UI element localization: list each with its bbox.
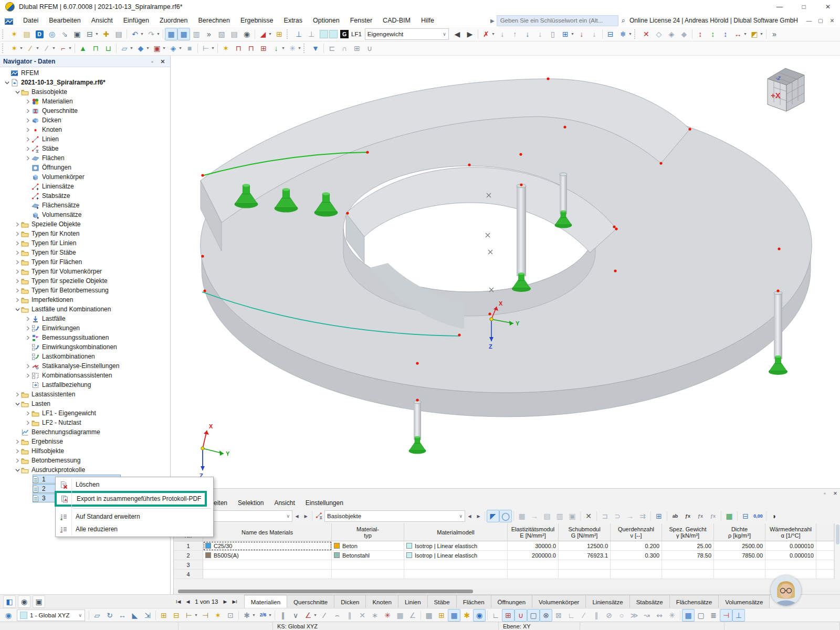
edit-plane-icon[interactable]: ⊞ <box>273 28 286 40</box>
print-icon[interactable]: ⊟▼ <box>83 28 96 40</box>
material-model-cell[interactable]: Isotrop | Linear elastisch <box>404 551 508 560</box>
row-number[interactable]: 4 <box>174 570 203 579</box>
measure-icon[interactable]: ⊢▼ <box>200 42 212 55</box>
angle2-icon[interactable]: ∠ <box>406 609 419 622</box>
delete-loads-icon[interactable]: ✗▼ <box>480 28 492 40</box>
column-header-[interactable]: Querdehnzahlν [--] <box>611 523 662 541</box>
row-number[interactable]: 1 <box>174 541 203 551</box>
expand-icon[interactable] <box>24 98 32 105</box>
menu-datei[interactable]: Datei <box>18 15 44 26</box>
select-pointer-icon[interactable]: ◤ <box>487 510 499 522</box>
snap-on-icon[interactable]: ◉ <box>473 609 486 622</box>
material-name-cell[interactable]: B500S(A) <box>203 551 332 560</box>
tree-item-betonbemessung[interactable]: Betonbemessung <box>14 456 80 465</box>
tree-item-typen-für-flächen[interactable]: Typen für Flächen <box>14 257 82 267</box>
tree-item-hilfsobjekte[interactable]: Hilfsobjekte <box>14 446 64 456</box>
magnet-snap-icon[interactable]: ∪ <box>514 609 527 622</box>
new-body-icon[interactable]: ■ <box>183 42 196 55</box>
toolbar-grip[interactable] <box>303 44 307 53</box>
expand-icon[interactable] <box>24 372 32 379</box>
move-copy-icon[interactable]: ▱ <box>91 609 103 622</box>
circle2-snap-icon[interactable]: ○ <box>615 609 628 622</box>
tree-item-flächen[interactable]: Flächen <box>24 153 65 163</box>
object-snap-icon[interactable]: ✱ <box>460 609 473 622</box>
tree-item-1[interactable]: 1 <box>24 475 46 484</box>
maximize-button[interactable]: □ <box>792 0 816 14</box>
printout-report-icon[interactable]: ▤ <box>112 28 125 40</box>
mesh-icon[interactable]: ▦ <box>394 609 406 622</box>
project-icon[interactable]: ◣ <box>129 609 141 622</box>
star-snap-icon[interactable]: ✳ <box>666 609 678 622</box>
tab-flächensätze[interactable]: Flächensätze <box>669 595 719 608</box>
tab-knoten[interactable]: Knoten <box>365 595 398 608</box>
angle-snap-icon[interactable]: ∠▼ <box>302 609 314 622</box>
redo-icon[interactable]: ↷▼ <box>145 28 158 40</box>
cross-snap-icon[interactable]: ✕ <box>356 609 369 622</box>
expand-icon[interactable] <box>24 315 32 322</box>
toolbar-overflow-icon[interactable]: » <box>768 28 781 40</box>
formula-all-icon[interactable]: ƒx <box>707 510 719 522</box>
tab-volumensätze[interactable]: Volumensätze <box>718 595 770 608</box>
cartesian-grid-icon[interactable]: ⊞ <box>502 609 514 622</box>
new-opening-icon[interactable]: ▣▼ <box>151 42 163 55</box>
value-cell[interactable]: 78.50 <box>662 551 714 560</box>
tree-item-liniensätze[interactable]: Liniensätze <box>24 182 74 191</box>
table-export-row-icon[interactable]: → <box>624 510 636 522</box>
slash-snap-icon[interactable]: ∕ <box>578 609 590 622</box>
model-manager-icon[interactable]: ◎ <box>46 28 58 40</box>
expand-icon[interactable] <box>14 391 21 398</box>
material-model-cell[interactable]: Isotrop | Linear elastisch <box>404 541 508 551</box>
tab-liniensätze[interactable]: Liniensätze <box>585 595 629 608</box>
tree-item-lf1-eigengewicht[interactable]: LF1 - Eigengewicht <box>24 408 96 418</box>
insert-object-icon[interactable]: ✶ <box>212 609 224 622</box>
expand-icon[interactable] <box>24 145 32 152</box>
expand-icon[interactable] <box>14 447 21 455</box>
keyword-search-input[interactable] <box>497 15 618 26</box>
value-cell[interactable] <box>508 570 559 579</box>
new-model-icon[interactable]: ✶ <box>8 28 20 40</box>
table-export-all-icon[interactable]: ⇉ <box>636 510 649 522</box>
search-icon[interactable]: ⌕ <box>622 16 625 25</box>
first-page-icon[interactable]: Ι◀ <box>173 599 183 604</box>
open-model-icon[interactable]: ▤ <box>20 28 33 40</box>
close-panel-icon[interactable]: ✕ <box>158 58 168 65</box>
tree-item-lf2-nutzlast[interactable]: LF2 - Nutzlast <box>24 418 81 427</box>
material-type-cell[interactable]: Beton <box>332 541 404 551</box>
fe-grid-icon[interactable]: ▦ <box>682 609 695 622</box>
table-group-select[interactable]: Basisobjekte∨ <box>324 510 465 522</box>
expand-icon[interactable] <box>24 154 32 162</box>
expand-icon[interactable] <box>24 126 32 133</box>
float-panel-icon[interactable]: ▫ <box>147 58 158 65</box>
material-name-cell[interactable] <box>203 570 332 579</box>
material-model-cell[interactable] <box>404 570 508 579</box>
wave-snap-icon[interactable]: ↝ <box>640 609 653 622</box>
tree-item-ausdruckprotokolle[interactable]: Ausdruckprotokolle <box>14 465 85 475</box>
tree-item-typen-für-linien[interactable]: Typen für Linien <box>14 238 76 248</box>
tab-volumenkörper[interactable]: Volumenkörper <box>532 595 586 608</box>
value-cell[interactable]: 7850.00 <box>714 551 765 560</box>
table-cut-icon[interactable]: ⊃ <box>611 510 624 522</box>
value-cell[interactable] <box>662 560 714 570</box>
table-hscrollbar[interactable] <box>174 589 840 594</box>
table-list-icon[interactable]: ▤ <box>228 28 240 40</box>
rename-icon[interactable]: ab <box>669 510 681 522</box>
tab-stabsätze[interactable]: Stabsätze <box>629 595 670 608</box>
value-cell[interactable]: 30000.0 <box>508 541 559 551</box>
new-line-icon[interactable]: ∕▼ <box>24 42 37 55</box>
prev-load-case-icon[interactable]: ◀ <box>451 28 464 40</box>
table-menu-selektion[interactable]: Selektion <box>233 498 269 508</box>
column-header-1-c[interactable]: Wärmedehnzahlα [1/°C] <box>765 523 816 541</box>
selection-box-icon[interactable]: ▢ <box>695 609 707 622</box>
calculator-icon[interactable]: ▦ <box>723 510 736 522</box>
extrude-x-icon[interactable]: ↕ <box>694 28 707 40</box>
context-item-löschen[interactable]: Löschen <box>56 478 213 491</box>
tree-item-typen-für-betonbemessung[interactable]: Typen für Betonbemessung <box>14 286 109 295</box>
table-import-icon[interactable]: ⊐ <box>598 510 611 522</box>
load-dim-icon[interactable]: ↓ <box>588 28 601 40</box>
value-cell[interactable] <box>559 570 611 579</box>
tree-item-stäbe[interactable]: Stäbe <box>24 144 58 153</box>
value-cell[interactable]: 76923.1 <box>559 551 611 560</box>
tree-item-einwirkungskombinationen[interactable]: Einwirkungskombinationen <box>24 342 117 352</box>
formula-icon[interactable]: ƒx <box>681 510 694 522</box>
render-mode-icon[interactable]: ◩▼ <box>748 28 761 40</box>
